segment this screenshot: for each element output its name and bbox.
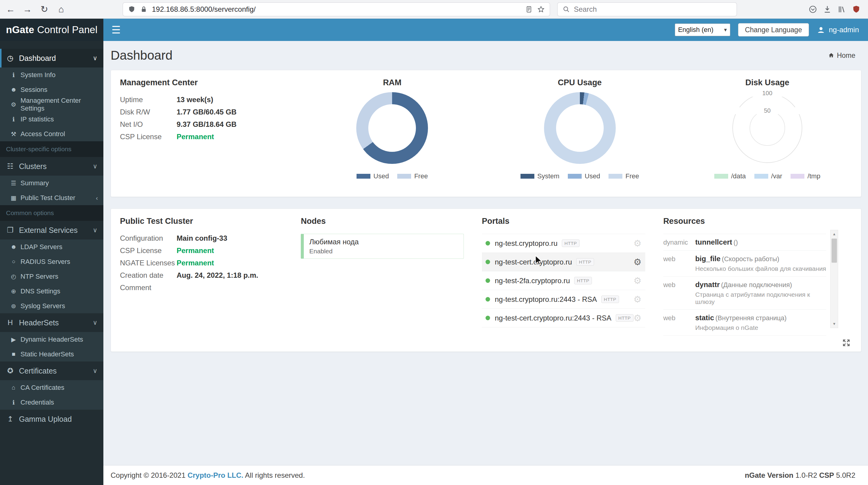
system-status-card: Management Center Uptime 13 week(s) Disk… (111, 70, 861, 197)
protocol-badge: HTTP (616, 314, 633, 322)
sidebar-item-credentials[interactable]: ℹ Credentials (0, 395, 103, 410)
browser-toolbar: ← → ↻ ⌂ 192.168.86.5:8000/serverconfig/ … (0, 0, 868, 19)
url-bar[interactable]: 192.168.86.5:8000/serverconfig/ (123, 3, 550, 16)
portal-row[interactable]: ng-test.cryptopro.ru HTTP ⚙ (482, 234, 645, 253)
sidebar-item-public-test-cluster[interactable]: ▦ Public Test Cluster ‹ (0, 190, 103, 205)
sidebar-item-clusters[interactable]: ☷ Clusters ∨ (0, 157, 103, 175)
pocket-icon[interactable] (808, 5, 817, 14)
sidebar-item-ntp-servers[interactable]: ◴ NTP Servers (0, 269, 103, 284)
download-icon[interactable] (823, 5, 832, 14)
company-link[interactable]: Crypto-Pro LLC. (187, 471, 243, 479)
app-logo[interactable]: nGate Control Panel (0, 19, 103, 41)
gear-icon: ⚙ (7, 101, 21, 108)
detail-row: Uptime 13 week(s) (120, 95, 289, 104)
user-menu[interactable]: ng-admin (817, 26, 859, 34)
search-placeholder: Search (574, 5, 597, 13)
scroll-up-icon[interactable]: ▲ (831, 230, 838, 238)
resources-scrollbar[interactable]: ▲ ▼ (830, 230, 838, 328)
detail-row: Creation date Aug. 24, 2022, 1:18 p.m. (120, 271, 283, 280)
resource-row[interactable]: web dynattr (Данные подключения) Страниц… (663, 277, 826, 310)
resource-row[interactable]: dynamic tunnellcert () (663, 234, 826, 251)
portal-row[interactable]: ng-test-2fa.cryptopro.ru HTTP ⚙ (482, 271, 645, 290)
bookmark-star-icon[interactable] (537, 5, 545, 13)
sidebar-item-static-headersets[interactable]: ■ Static HeaderSets (0, 347, 103, 361)
scrollbar-thumb[interactable] (832, 238, 837, 263)
home-icon[interactable]: ⌂ (54, 2, 68, 16)
gear-icon[interactable]: ⚙ (633, 238, 642, 249)
expand-icon[interactable] (842, 338, 851, 349)
gear-icon[interactable]: ⚙ (633, 257, 642, 267)
legend-item: /data (714, 172, 746, 180)
legend-swatch (568, 174, 582, 179)
portals-list: ng-test.cryptopro.ru HTTP ⚙ ng-test-cert… (482, 234, 645, 327)
sidebar-item-access-control[interactable]: ⚒ Access Control (0, 127, 103, 141)
chevron-icon: ∨ (93, 227, 97, 234)
gear-icon[interactable]: ⚙ (633, 313, 642, 323)
lock-icon[interactable] (140, 5, 148, 13)
sidebar-item-management-center-settings[interactable]: ⚙ Management Center Settings (0, 97, 103, 112)
sidebar-section-label: Cluster-specific options (0, 141, 103, 157)
resource-row[interactable]: web big_file (Скорость работы) Несколько… (663, 251, 826, 277)
language-select[interactable]: English (en) ▾ (675, 24, 730, 36)
info-icon: ℹ (7, 399, 21, 406)
sidebar-item-gamma-upload[interactable]: ↥ Gamma Upload (0, 410, 103, 428)
sidebar-item-external-services[interactable]: ❐ External Services ∨ (0, 221, 103, 239)
sidebar-item-headersets[interactable]: H HeaderSets ∨ (0, 313, 103, 332)
sidebar-item-ldap-servers[interactable]: ☻ LDAP Servers (0, 239, 103, 254)
sidebar-item-sessions[interactable]: ☻ Sessions (0, 82, 103, 97)
breadcrumb[interactable]: Home (828, 52, 855, 60)
portal-row[interactable]: ng-test-cert.cryptopro.ru:2443 - RSA HTT… (482, 309, 645, 327)
sidebar-item-ca-certificates[interactable]: ⌂ CA Certificates (0, 380, 103, 395)
legend-swatch (609, 174, 622, 179)
sidebar-item-summary[interactable]: ☰ Summary (0, 175, 103, 190)
legend-item: Free (609, 172, 639, 180)
sidebar-item-dashboard[interactable]: ◷ Dashboard ∨ (0, 49, 103, 67)
url-text: 192.168.86.5:8000/serverconfig/ (152, 5, 255, 13)
sidebar-item-radius-servers[interactable]: ○ RADIUS Servers (0, 254, 103, 269)
disk-legend: /data /var /tmp (714, 172, 820, 180)
change-language-button[interactable]: Change Language (738, 23, 809, 36)
database-icon: ☷ (1, 162, 19, 170)
sidebar-item-syslog-servers[interactable]: ⊚ Syslog Servers (0, 298, 103, 313)
sidebar-item-ip-statistics[interactable]: ℹ IP statistics (0, 112, 103, 127)
nodes-panel: Nodes Любимая нода Enabled (292, 209, 472, 352)
version-info: nGate Version 1.0-R2 CSP 5.0R2 (745, 471, 855, 480)
ram-legend: Used Free (356, 172, 428, 180)
ublock-icon[interactable] (852, 5, 861, 14)
refresh-icon[interactable]: ↻ (37, 2, 51, 16)
sidebar-section-label: Common options (0, 205, 103, 221)
management-center-details: Uptime 13 week(s) Disk R/W 1.77 GB/60.45… (120, 95, 289, 141)
gear-icon[interactable]: ⚙ (633, 294, 642, 304)
back-icon[interactable]: ← (4, 2, 18, 16)
detail-row: Comment (120, 283, 283, 292)
protocol-badge: HTTP (574, 277, 592, 284)
scroll-down-icon[interactable]: ▼ (831, 320, 838, 328)
library-icon[interactable] (837, 5, 846, 14)
sidebar-item-certificates[interactable]: ✪ Certificates ∨ (0, 361, 103, 380)
legend-swatch (754, 174, 768, 179)
reader-mode-icon[interactable] (525, 5, 533, 13)
disk-tick-100: 100 (732, 90, 803, 97)
hamburger-icon[interactable]: ☰ (106, 24, 126, 36)
search-input[interactable]: Search (558, 3, 737, 16)
disk-tick-50: 50 (732, 107, 803, 114)
forward-icon[interactable]: → (21, 2, 34, 16)
sidebar-item-dynamic-headersets[interactable]: ▶ Dynamic HeaderSets (0, 332, 103, 347)
resource-row[interactable]: web static (Внутренняя страница) Информа… (663, 310, 826, 335)
sidebar-item-dns-settings[interactable]: ⊕ DNS Settings (0, 284, 103, 298)
app-header: nGate Control Panel ☰ English (en) ▾ Cha… (0, 19, 868, 41)
portal-row[interactable]: ng-test-cert.cryptopro.ru HTTP ⚙ (482, 253, 645, 271)
cpu-donut-chart (544, 92, 616, 164)
node-card[interactable]: Любимая нода Enabled (301, 234, 464, 259)
shield-icon[interactable] (128, 5, 135, 13)
disk-panel: Disk Usage 100 50 /data /var /tmp (674, 70, 861, 197)
sidebar-item-system-info[interactable]: ℹ System Info (0, 67, 103, 82)
gear-icon[interactable]: ⚙ (633, 275, 642, 286)
info-icon: ℹ (7, 71, 21, 78)
cpu-legend: System Used Free (521, 172, 639, 180)
portal-row[interactable]: ng-test.cryptopro.ru:2443 - RSA HTTP ⚙ (482, 290, 645, 309)
legend-swatch (397, 174, 411, 179)
footer: Copyright © 2016-2021 Crypto-Pro LLC. Al… (103, 465, 868, 485)
clock-icon: ◴ (7, 273, 21, 280)
cpu-panel: CPU Usage System Used Free (486, 70, 674, 197)
